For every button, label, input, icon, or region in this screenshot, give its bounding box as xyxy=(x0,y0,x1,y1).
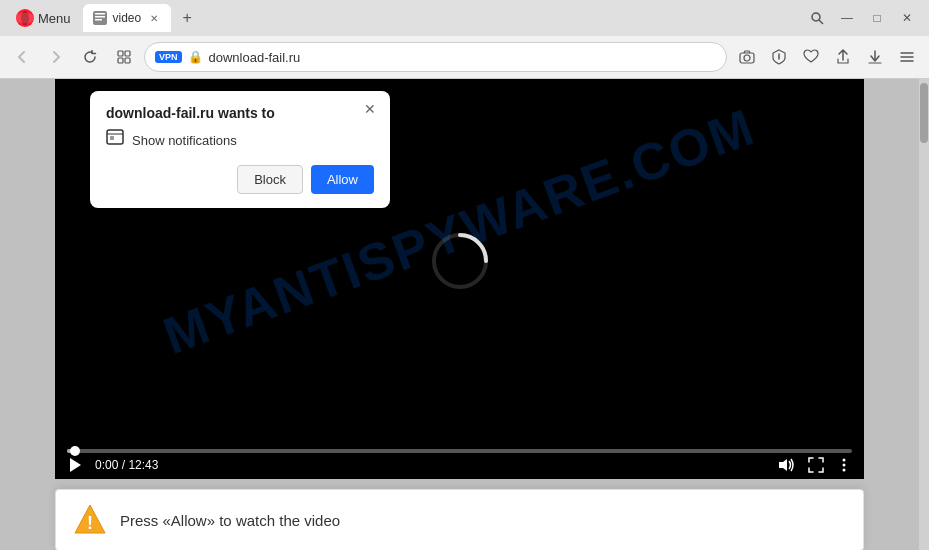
svg-rect-5 xyxy=(95,16,105,18)
svg-point-24 xyxy=(843,464,846,467)
reload-button[interactable] xyxy=(76,43,104,71)
progress-bar[interactable] xyxy=(67,449,852,453)
loading-spinner xyxy=(430,231,490,291)
more-toolbar-button[interactable] xyxy=(893,43,921,71)
svg-point-25 xyxy=(843,469,846,472)
back-icon xyxy=(15,50,29,64)
search-window-icon xyxy=(810,11,824,25)
tab-favicon xyxy=(93,11,107,25)
svg-rect-9 xyxy=(118,51,123,56)
scrollbar[interactable] xyxy=(919,79,929,550)
svg-point-7 xyxy=(812,13,820,21)
svg-point-16 xyxy=(778,53,780,55)
svg-rect-12 xyxy=(125,58,130,63)
minimize-icon: — xyxy=(841,11,853,25)
tab-close-button[interactable]: ✕ xyxy=(147,11,161,25)
popup-permission-text: Show notifications xyxy=(132,133,237,148)
svg-marker-22 xyxy=(779,459,787,471)
tab-overview-button[interactable] xyxy=(110,43,138,71)
minimize-button[interactable]: — xyxy=(833,4,861,32)
address-bar-row: VPN 🔒 download-fail.ru xyxy=(0,36,929,78)
bottom-bar: ! Press «Allow» to watch the video xyxy=(55,489,864,550)
svg-point-14 xyxy=(744,55,750,61)
svg-rect-6 xyxy=(95,19,102,21)
close-icon: ✕ xyxy=(902,11,912,25)
opera-menu-button[interactable]: Menu xyxy=(8,5,79,31)
time-display: 0:00 / 12:43 xyxy=(95,458,158,472)
tab-title: video xyxy=(113,11,142,25)
warning-icon: ! xyxy=(72,502,108,538)
forward-button[interactable] xyxy=(42,43,70,71)
notification-perm-icon xyxy=(106,129,124,151)
forward-icon xyxy=(49,50,63,64)
menu-label: Menu xyxy=(38,11,71,26)
popup-permission: Show notifications xyxy=(106,129,374,151)
reload-icon xyxy=(83,50,97,64)
new-tab-button[interactable]: + xyxy=(175,6,199,30)
svg-rect-10 xyxy=(125,51,130,56)
svg-rect-11 xyxy=(118,58,123,63)
video-controls: 0:00 / 12:43 xyxy=(55,443,864,479)
camera-icon xyxy=(739,49,755,65)
maximize-icon: □ xyxy=(873,11,880,25)
opera-logo-icon xyxy=(16,9,34,27)
volume-button[interactable] xyxy=(778,457,796,473)
lock-icon: 🔒 xyxy=(188,50,203,64)
more-icon xyxy=(899,49,915,65)
more-video-icon xyxy=(836,457,852,473)
fullscreen-icon xyxy=(808,457,824,473)
popup-buttons: Block Allow xyxy=(106,165,374,194)
page-area: MYANTISPYWARE.COM xyxy=(0,79,919,550)
svg-rect-28 xyxy=(110,136,114,140)
window-controls: — □ ✕ xyxy=(803,4,921,32)
block-button[interactable]: Block xyxy=(237,165,303,194)
controls-row: 0:00 / 12:43 xyxy=(67,457,852,473)
heart-toolbar-button[interactable] xyxy=(797,43,825,71)
notification-popup: ✕ download-fail.ru wants to Show notific… xyxy=(90,91,390,208)
download-icon xyxy=(867,49,883,65)
right-controls xyxy=(778,457,852,473)
heart-icon xyxy=(803,49,819,65)
close-popup-icon: ✕ xyxy=(364,101,376,117)
back-button[interactable] xyxy=(8,43,36,71)
maximize-button[interactable]: □ xyxy=(863,4,891,32)
svg-point-2 xyxy=(16,13,34,24)
volume-icon xyxy=(778,457,796,473)
more-video-button[interactable] xyxy=(836,457,852,473)
svg-text:!: ! xyxy=(87,513,93,533)
allow-button[interactable]: Allow xyxy=(311,165,374,194)
search-window-button[interactable] xyxy=(803,4,831,32)
bottom-bar-text: Press «Allow» to watch the video xyxy=(120,512,340,529)
shield-toolbar-button[interactable] xyxy=(765,43,793,71)
svg-line-8 xyxy=(819,20,823,24)
svg-rect-26 xyxy=(107,130,123,144)
svg-point-23 xyxy=(843,459,846,462)
svg-rect-4 xyxy=(95,13,105,15)
scrollbar-thumb[interactable] xyxy=(920,83,928,143)
shield-icon xyxy=(771,49,787,65)
browser-content: MYANTISPYWARE.COM xyxy=(0,79,929,550)
download-toolbar-button[interactable] xyxy=(861,43,889,71)
duration: 12:43 xyxy=(128,458,158,472)
popup-close-button[interactable]: ✕ xyxy=(360,99,380,119)
current-time: 0:00 xyxy=(95,458,118,472)
play-button[interactable] xyxy=(67,457,83,473)
share-toolbar-button[interactable] xyxy=(829,43,857,71)
url-display: download-fail.ru xyxy=(209,50,716,65)
fullscreen-button[interactable] xyxy=(808,457,824,473)
tab-bar: Menu video ✕ + — □ ✕ xyxy=(0,0,929,36)
popup-title: download-fail.ru wants to xyxy=(106,105,374,121)
browser-chrome: Menu video ✕ + — □ ✕ xyxy=(0,0,929,79)
svg-marker-21 xyxy=(70,458,81,472)
tab-overview-icon xyxy=(117,50,131,64)
toolbar-icons xyxy=(733,43,921,71)
progress-dot xyxy=(70,446,80,456)
address-bar[interactable]: VPN 🔒 download-fail.ru xyxy=(144,42,727,72)
play-icon xyxy=(67,457,83,473)
vpn-badge: VPN xyxy=(155,51,182,63)
share-icon xyxy=(835,49,851,65)
close-button[interactable]: ✕ xyxy=(893,4,921,32)
camera-toolbar-button[interactable] xyxy=(733,43,761,71)
active-tab[interactable]: video ✕ xyxy=(83,4,172,32)
